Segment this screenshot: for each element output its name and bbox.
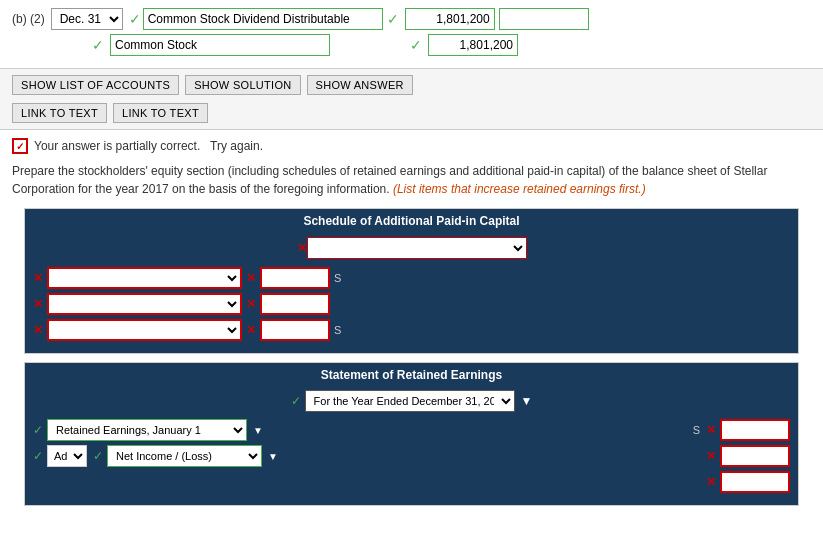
schedule-section: Schedule of Additional Paid-in Capital ✕… — [24, 208, 799, 354]
net-income-select[interactable]: Net Income / (Loss) — [107, 445, 262, 467]
page-wrapper: (b) (2) Dec. 31 ✓ ✓ ✓ ✓ SHOW LIST OF ACC… — [0, 0, 823, 549]
period-dropdown-arrow: ▼ — [521, 394, 533, 408]
show-solution-btn[interactable]: SHOW SOLUTION — [185, 75, 300, 95]
ret-check-1: ✓ — [33, 423, 43, 437]
ret-amount-3[interactable] — [720, 471, 790, 493]
sched-s-1: S — [334, 272, 341, 284]
account-input-2[interactable] — [110, 34, 330, 56]
schedule-header-row: ✕ — [25, 233, 798, 263]
sched-amount-1[interactable] — [260, 267, 330, 289]
journal-label: (b) (2) — [12, 12, 45, 26]
schedule-row-1: ✕ ✕ S — [33, 267, 790, 289]
link-to-text-btn-2[interactable]: LINK TO TEXT — [113, 103, 208, 123]
sched-amount-2[interactable] — [260, 293, 330, 315]
ret-x-1: ✕ — [706, 423, 716, 437]
retained-period-select[interactable]: For the Year Ended December 31, 2017 — [305, 390, 515, 412]
sched-select-2[interactable] — [47, 293, 242, 315]
header-x-icon: ✕ — [297, 241, 307, 255]
retained-row-3: ✕ — [33, 471, 790, 493]
check-icon-1: ✓ — [129, 11, 141, 27]
sched-x-2: ✕ — [33, 297, 43, 311]
retained-header: Statement of Retained Earnings — [25, 363, 798, 387]
retained-check-icon: ✓ — [291, 394, 301, 408]
sched-amount-3[interactable] — [260, 319, 330, 341]
ret-amount-2[interactable] — [720, 445, 790, 467]
schedule-header-select[interactable] — [307, 237, 527, 259]
retained-subheader: ✓ For the Year Ended December 31, 2017 ▼ — [25, 387, 798, 415]
retained-row-1: ✓ Retained Earnings, January 1 ▼ S ✕ — [33, 419, 790, 441]
ret-check-2: ✓ — [33, 449, 43, 463]
sched-x-1: ✕ — [33, 271, 43, 285]
account-input-1[interactable] — [143, 8, 383, 30]
ret-check-3: ✓ — [93, 449, 103, 463]
retained-body: ✓ Retained Earnings, January 1 ▼ S ✕ ✓ A… — [25, 415, 798, 505]
sched-s-3: S — [334, 324, 341, 336]
ret-amount-1[interactable] — [720, 419, 790, 441]
feedback-icon: ✓ — [12, 138, 28, 154]
sched-x-amt-1: ✕ — [246, 271, 256, 285]
sched-select-3[interactable] — [47, 319, 242, 341]
ret-arrow-2: ▼ — [268, 451, 278, 462]
sched-x-amt-2: ✕ — [246, 297, 256, 311]
check-icon-3: ✓ — [92, 37, 104, 53]
question-text: Prepare the stockholders' equity section… — [12, 162, 811, 198]
link-to-text-btn-1[interactable]: LINK TO TEXT — [12, 103, 107, 123]
sched-select-1[interactable] — [47, 267, 242, 289]
credit-input-1[interactable] — [499, 8, 589, 30]
show-list-btn[interactable]: SHOW LIST OF ACCOUNTS — [12, 75, 179, 95]
retained-row-2: ✓ Add ✓ Net Income / (Loss) ▼ ✕ — [33, 445, 790, 467]
retained-section: Statement of Retained Earnings ✓ For the… — [24, 362, 799, 506]
journal-row-2: ✓ ✓ — [92, 34, 811, 56]
toolbar: SHOW LIST OF ACCOUNTS SHOW SOLUTION SHOW… — [0, 69, 823, 130]
sched-x-3: ✕ — [33, 323, 43, 337]
ret-x-2: ✕ — [706, 449, 716, 463]
schedule-header: Schedule of Additional Paid-in Capital — [25, 209, 798, 233]
credit-input-2[interactable] — [428, 34, 518, 56]
ret-s-1: S — [693, 424, 700, 436]
check-icon-4: ✓ — [410, 37, 422, 53]
debit-input-1[interactable] — [405, 8, 495, 30]
check-icon-2: ✓ — [387, 11, 399, 27]
journal-row-1: (b) (2) Dec. 31 ✓ ✓ — [12, 8, 811, 30]
retained-earnings-select[interactable]: Retained Earnings, January 1 — [47, 419, 247, 441]
ret-arrow-1: ▼ — [253, 425, 263, 436]
journal-section: (b) (2) Dec. 31 ✓ ✓ ✓ ✓ — [0, 0, 823, 69]
ret-x-3: ✕ — [706, 475, 716, 489]
schedule-row-3: ✕ ✕ S — [33, 319, 790, 341]
add-select[interactable]: Add — [47, 445, 87, 467]
feedback-message: ✓ Your answer is partially correct. Try … — [12, 138, 811, 154]
show-answer-btn[interactable]: SHOW ANSWER — [307, 75, 413, 95]
feedback-text: Your answer is partially correct. Try ag… — [34, 139, 263, 153]
schedule-body: ✕ ✕ S ✕ ✕ — [25, 263, 798, 353]
feedback-section: ✓ Your answer is partially correct. Try … — [0, 130, 823, 522]
sched-x-amt-3: ✕ — [246, 323, 256, 337]
schedule-row-2: ✕ ✕ — [33, 293, 790, 315]
date-select[interactable]: Dec. 31 — [51, 8, 123, 30]
